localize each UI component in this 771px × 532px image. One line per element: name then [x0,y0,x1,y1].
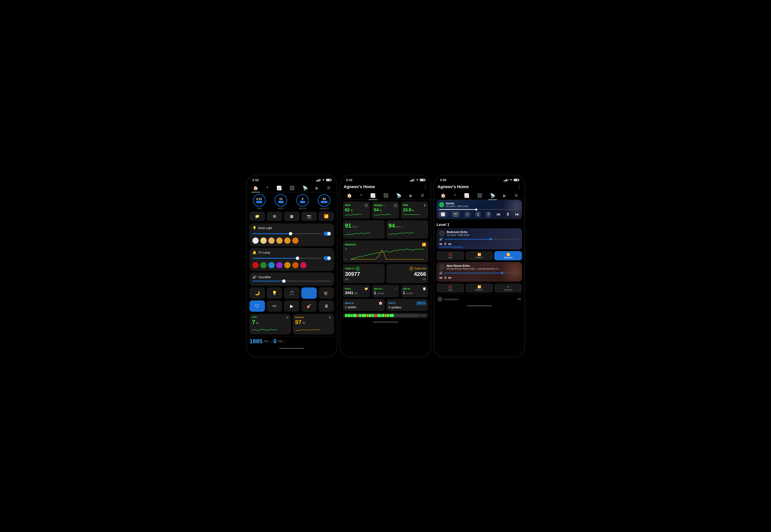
desk-light-toggle[interactable] [324,232,331,236]
newroom-pause[interactable]: ⏸ [444,276,447,280]
always-icon: ⬛ [394,204,397,207]
action-next[interactable]: ▶ [284,300,299,312]
internet-card: Internet 🔌 97 % [293,314,334,334]
swatch-warm2[interactable] [268,237,275,244]
newroom-prev[interactable]: ⏮ [439,276,442,280]
tab-chart-2[interactable]: 📈 [369,192,377,200]
newroom-slider[interactable] [444,273,519,273]
tab-wifi-3[interactable]: 📡 [488,192,497,200]
home-header-2: Agneev's Home ⋮ [340,183,431,191]
action-music[interactable]: 🎵 [284,287,299,299]
action-guitar[interactable]: 🎸 [301,300,317,312]
bedroom-next[interactable]: ⏭ [448,242,452,246]
spotify-btn-trend[interactable]: 📈 [439,211,447,217]
swatch-purple[interactable] [276,262,283,268]
swatch-green[interactable] [260,262,267,268]
tab-wifi-2[interactable]: 📡 [395,192,403,200]
soundbar-slider[interactable] [252,281,331,282]
swatch-warm1[interactable] [260,237,267,244]
storage-qbt-all: qBt all 📋 1 torrent [401,285,428,297]
tab-home-2[interactable]: 🏠 [345,192,354,200]
bedroom-pause[interactable]: ⏸ [444,242,447,246]
bedroom-prev[interactable]: ⏮ [439,242,442,246]
icon-wifi2[interactable]: 📶 [318,212,334,221]
tab-grid-1[interactable]: ⬛ [288,184,296,192]
dnd-icon-newroom: 🚫 [449,285,452,288]
metric-eth0out: 0 Mb/s eth0 out [293,194,312,210]
action-music2[interactable]: 🎵 [301,287,317,299]
action-light[interactable]: 💡 [267,287,282,299]
action-moon[interactable]: 🌙 [249,287,265,299]
storage-grid: /knox 📁 3441 GB qBt act… ↑↓ 1 torrent qB… [343,285,428,297]
action-display[interactable]: 🖥 [318,300,334,312]
menu-dots-2[interactable]: ⋮ [423,184,427,189]
spotify-next[interactable]: ⏭ [515,212,519,217]
dnd-icon-bedroom: 🚫 [449,253,452,256]
newroom-next[interactable]: ⏭ [448,276,452,280]
desk-light-swatches [252,237,331,244]
tab-chart-1[interactable]: 📈 [275,184,283,192]
tab-chart-3[interactable]: 📈 [462,192,471,200]
time-1: 2:12 [252,178,259,182]
bedroom-slider[interactable] [444,239,519,240]
menu-dots-3[interactable]: ⋮ [517,184,521,189]
swatch-yellow[interactable] [284,262,291,268]
newroom-repeat-btn[interactable]: 🔁 REPEAT [466,283,493,293]
icon-camera[interactable]: 📷 [301,212,317,221]
tab-screen-1[interactable]: 🖥 [325,184,332,192]
newroom-shuffle-btn[interactable]: ⇌ SHUFFLE [494,283,522,293]
swatch-red[interactable] [252,262,259,268]
bedroom-dnd-btn[interactable]: 🚫 DND [437,251,464,260]
metrics-row: 0.51 1-min Load 13 Mb/s eth0 in 0 Mb/s [249,194,334,210]
spotify-btn-unk[interactable]: ? [486,212,491,217]
temp-always: always-… ⬛ 54 °C [372,202,399,219]
tab-grid-2[interactable]: ⬛ [382,192,390,200]
bedroom-shuffle-btn[interactable]: 🔀 SHUFFLE [494,251,522,260]
ssd-icon: ⬆ [424,204,426,207]
tab-move-2[interactable]: ✦ [358,192,364,200]
icon-table[interactable]: ▦ [284,212,299,221]
spotify-card: ♫ Spotify my future - Billie Eilish 📈 📷 … [437,200,522,219]
traffic-in-icon: ↓ [355,266,360,271]
icon-folder[interactable]: 📁 [249,212,265,221]
hassio-icon: 🏠 [378,301,383,305]
tab-screen-2[interactable]: 🖥 [419,192,426,200]
tab-move-1[interactable]: ✦ [264,184,270,192]
network-chart [348,248,426,260]
newroom-volume: 🔊 [439,271,519,275]
icon-grid[interactable]: ⊞ [267,212,282,221]
bedroom-repeat-btn[interactable]: 🔁 REPEAT [466,251,493,260]
tab-move-3[interactable]: ✦ [452,192,458,200]
newroom-dnd-btn[interactable]: 🚫 DND [437,283,464,293]
action-bird[interactable]: 🦅 [318,287,334,299]
action-shield[interactable]: 🛡 [249,300,265,312]
cpu-chart [252,326,277,332]
tab-home-3[interactable]: 🏠 [439,192,447,200]
tab-grid-3[interactable]: ⬛ [475,192,484,200]
spotify-btn-camera[interactable]: 📷 [452,211,459,217]
temp-grid: Host ⬛ 62 °C always-… ⬛ 54 °C [343,202,428,219]
spotify-prev[interactable]: ⏮ [496,212,501,217]
spotify-btn-1[interactable]: 1 [475,212,481,217]
temp-ssd: SSD ⬆ 23.8 % [401,202,428,219]
swatch-blue[interactable] [268,262,275,268]
tab-next-1[interactable]: ▶ [314,184,320,192]
action-ac[interactable]: A/C [267,300,282,312]
swatch-warm4[interactable] [284,237,291,244]
swatch-white[interactable] [252,237,259,244]
swatch-warm5[interactable] [292,237,299,244]
spotify-progress[interactable] [439,209,519,210]
swatch-pink[interactable] [300,262,307,268]
tab-wifi-1[interactable]: 📡 [301,184,309,192]
tab-screen-3[interactable]: 🖥 [512,192,520,200]
spotify-btn-circle[interactable]: ○ [465,212,470,217]
swatch-warm3[interactable] [276,237,283,244]
swatch-orange[interactable] [292,262,299,268]
tab-next-2[interactable]: ▶ [408,192,414,200]
tv-lamp-slider[interactable] [252,258,322,259]
tv-lamp-toggle[interactable] [324,256,331,260]
tab-home-1[interactable]: 🏠 [251,184,260,192]
spotify-pause[interactable]: ⏸ [506,212,510,217]
desk-light-slider[interactable] [252,233,322,234]
tab-next-3[interactable]: ▶ [501,192,508,200]
